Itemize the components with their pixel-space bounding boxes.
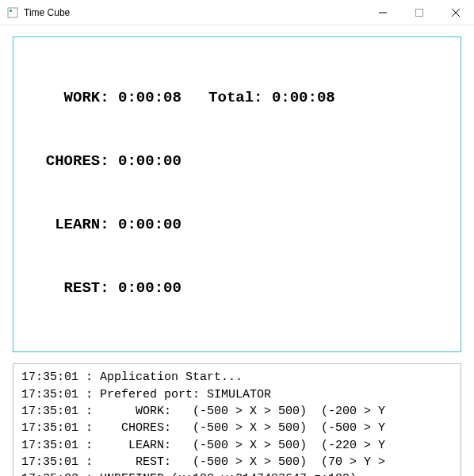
log-text: 17:35:01 : Application Start...17:35:01 … [13,364,461,476]
titlebar-left: Time Cube [6,6,70,19]
timer-panel: WORK: 0:00:08 Total: 0:00:08 CHORES: 0:0… [13,36,461,352]
learn-label: LEARN: [55,216,109,233]
maximize-button[interactable] [401,0,438,25]
log-line: 17:35:01 : WORK: (-500 > X > 500) (-200 … [21,403,453,420]
log-line: 17:35:01 : REST: (-500 > X > 500) (70 > … [21,454,453,470]
learn-value: 0:00:00 [118,216,182,233]
chores-value: 0:00:00 [118,152,182,170]
log-line: 17:35:01 : LEARN: (-500 > X > 500) (-220… [21,437,453,454]
work-label: WORK: [64,89,109,106]
log-line: 17:35:01 : CHORES: (-500 > X > 500) (-50… [21,420,453,436]
log-line: 17:35:01 : Application Start... [21,369,453,386]
timer-row-work: WORK: 0:00:08 Total: 0:00:08 [28,87,446,109]
rest-label: REST: [64,279,109,297]
total-value: 0:00:08 [272,89,335,106]
timer-row-chores: CHORES: 0:00:00 [28,151,446,172]
window-title: Time Cube [24,7,70,18]
chores-label: CHORES: [46,152,109,170]
app-icon [6,6,19,19]
total-label: Total: [208,89,262,106]
svg-rect-0 [8,8,17,17]
window-titlebar: Time Cube [0,0,474,25]
svg-rect-1 [10,10,12,12]
window-controls [365,0,474,25]
timer-row-learn: LEARN: 0:00:00 [28,214,446,236]
content-area: WORK: 0:00:08 Total: 0:00:08 CHORES: 0:0… [0,25,474,476]
timer-row-rest: REST: 0:00:00 [28,278,446,299]
minimize-button[interactable] [365,0,401,25]
log-panel: 17:35:01 : Application Start...17:35:01 … [13,363,461,476]
rest-value: 0:00:00 [118,279,182,297]
close-button[interactable] [438,0,474,25]
log-line: 17:35:02 : UNDEFINED (x:100 y:2147483647… [21,470,453,476]
svg-rect-3 [416,10,423,17]
log-line: 17:35:01 : Prefered port: SIMULATOR [21,386,453,403]
work-value: 0:00:08 [118,89,182,106]
